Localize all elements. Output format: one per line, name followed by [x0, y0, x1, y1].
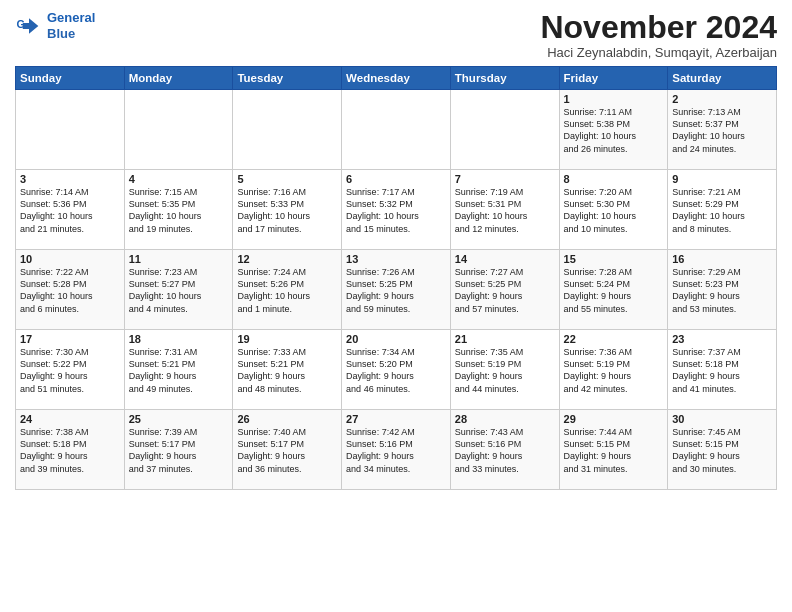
day-info: Sunrise: 7:20 AM Sunset: 5:30 PM Dayligh…: [564, 186, 664, 235]
day-info: Sunrise: 7:33 AM Sunset: 5:21 PM Dayligh…: [237, 346, 337, 395]
day-number: 15: [564, 253, 664, 265]
day-info: Sunrise: 7:17 AM Sunset: 5:32 PM Dayligh…: [346, 186, 446, 235]
day-info: Sunrise: 7:27 AM Sunset: 5:25 PM Dayligh…: [455, 266, 555, 315]
day-number: 18: [129, 333, 229, 345]
calendar-week-3: 17Sunrise: 7:30 AM Sunset: 5:22 PM Dayli…: [16, 330, 777, 410]
day-number: 30: [672, 413, 772, 425]
calendar-cell: 15Sunrise: 7:28 AM Sunset: 5:24 PM Dayli…: [559, 250, 668, 330]
calendar-cell: 28Sunrise: 7:43 AM Sunset: 5:16 PM Dayli…: [450, 410, 559, 490]
day-number: 8: [564, 173, 664, 185]
calendar-cell: 16Sunrise: 7:29 AM Sunset: 5:23 PM Dayli…: [668, 250, 777, 330]
calendar-week-0: 1Sunrise: 7:11 AM Sunset: 5:38 PM Daylig…: [16, 90, 777, 170]
day-number: 29: [564, 413, 664, 425]
day-info: Sunrise: 7:24 AM Sunset: 5:26 PM Dayligh…: [237, 266, 337, 315]
calendar-cell: 10Sunrise: 7:22 AM Sunset: 5:28 PM Dayli…: [16, 250, 125, 330]
calendar-cell: 8Sunrise: 7:20 AM Sunset: 5:30 PM Daylig…: [559, 170, 668, 250]
day-info: Sunrise: 7:34 AM Sunset: 5:20 PM Dayligh…: [346, 346, 446, 395]
day-number: 5: [237, 173, 337, 185]
day-number: 11: [129, 253, 229, 265]
calendar-cell: 12Sunrise: 7:24 AM Sunset: 5:26 PM Dayli…: [233, 250, 342, 330]
day-number: 14: [455, 253, 555, 265]
calendar-cell: 4Sunrise: 7:15 AM Sunset: 5:35 PM Daylig…: [124, 170, 233, 250]
calendar-cell: 17Sunrise: 7:30 AM Sunset: 5:22 PM Dayli…: [16, 330, 125, 410]
day-number: 2: [672, 93, 772, 105]
calendar-cell: 7Sunrise: 7:19 AM Sunset: 5:31 PM Daylig…: [450, 170, 559, 250]
calendar-cell: 29Sunrise: 7:44 AM Sunset: 5:15 PM Dayli…: [559, 410, 668, 490]
day-info: Sunrise: 7:44 AM Sunset: 5:15 PM Dayligh…: [564, 426, 664, 475]
day-number: 12: [237, 253, 337, 265]
calendar-cell: 26Sunrise: 7:40 AM Sunset: 5:17 PM Dayli…: [233, 410, 342, 490]
day-number: 10: [20, 253, 120, 265]
location: Haci Zeynalabdin, Sumqayit, Azerbaijan: [540, 45, 777, 60]
day-info: Sunrise: 7:35 AM Sunset: 5:19 PM Dayligh…: [455, 346, 555, 395]
day-number: 13: [346, 253, 446, 265]
month-title: November 2024: [540, 10, 777, 45]
day-number: 16: [672, 253, 772, 265]
day-number: 1: [564, 93, 664, 105]
day-number: 25: [129, 413, 229, 425]
calendar-cell: [233, 90, 342, 170]
day-info: Sunrise: 7:38 AM Sunset: 5:18 PM Dayligh…: [20, 426, 120, 475]
day-number: 9: [672, 173, 772, 185]
calendar-cell: 18Sunrise: 7:31 AM Sunset: 5:21 PM Dayli…: [124, 330, 233, 410]
day-number: 26: [237, 413, 337, 425]
calendar-cell: 19Sunrise: 7:33 AM Sunset: 5:21 PM Dayli…: [233, 330, 342, 410]
calendar-cell: [124, 90, 233, 170]
day-info: Sunrise: 7:15 AM Sunset: 5:35 PM Dayligh…: [129, 186, 229, 235]
day-info: Sunrise: 7:31 AM Sunset: 5:21 PM Dayligh…: [129, 346, 229, 395]
day-info: Sunrise: 7:36 AM Sunset: 5:19 PM Dayligh…: [564, 346, 664, 395]
calendar-cell: [342, 90, 451, 170]
calendar-cell: 21Sunrise: 7:35 AM Sunset: 5:19 PM Dayli…: [450, 330, 559, 410]
day-number: 19: [237, 333, 337, 345]
calendar-cell: 5Sunrise: 7:16 AM Sunset: 5:33 PM Daylig…: [233, 170, 342, 250]
day-number: 22: [564, 333, 664, 345]
header-saturday: Saturday: [668, 67, 777, 90]
calendar-cell: 30Sunrise: 7:45 AM Sunset: 5:15 PM Dayli…: [668, 410, 777, 490]
day-info: Sunrise: 7:26 AM Sunset: 5:25 PM Dayligh…: [346, 266, 446, 315]
calendar-cell: 22Sunrise: 7:36 AM Sunset: 5:19 PM Dayli…: [559, 330, 668, 410]
calendar-cell: [450, 90, 559, 170]
day-info: Sunrise: 7:29 AM Sunset: 5:23 PM Dayligh…: [672, 266, 772, 315]
day-info: Sunrise: 7:39 AM Sunset: 5:17 PM Dayligh…: [129, 426, 229, 475]
calendar-cell: 14Sunrise: 7:27 AM Sunset: 5:25 PM Dayli…: [450, 250, 559, 330]
day-number: 20: [346, 333, 446, 345]
calendar-cell: 27Sunrise: 7:42 AM Sunset: 5:16 PM Dayli…: [342, 410, 451, 490]
header: G General Blue November 2024 Haci Zeynal…: [15, 10, 777, 60]
calendar-cell: 6Sunrise: 7:17 AM Sunset: 5:32 PM Daylig…: [342, 170, 451, 250]
day-number: 3: [20, 173, 120, 185]
calendar-cell: 2Sunrise: 7:13 AM Sunset: 5:37 PM Daylig…: [668, 90, 777, 170]
day-info: Sunrise: 7:28 AM Sunset: 5:24 PM Dayligh…: [564, 266, 664, 315]
day-info: Sunrise: 7:42 AM Sunset: 5:16 PM Dayligh…: [346, 426, 446, 475]
day-info: Sunrise: 7:13 AM Sunset: 5:37 PM Dayligh…: [672, 106, 772, 155]
logo: G General Blue: [15, 10, 95, 41]
day-number: 4: [129, 173, 229, 185]
calendar-cell: [16, 90, 125, 170]
header-tuesday: Tuesday: [233, 67, 342, 90]
calendar-week-4: 24Sunrise: 7:38 AM Sunset: 5:18 PM Dayli…: [16, 410, 777, 490]
calendar-body: 1Sunrise: 7:11 AM Sunset: 5:38 PM Daylig…: [16, 90, 777, 490]
day-number: 28: [455, 413, 555, 425]
page: G General Blue November 2024 Haci Zeynal…: [0, 0, 792, 498]
header-sunday: Sunday: [16, 67, 125, 90]
calendar-cell: 23Sunrise: 7:37 AM Sunset: 5:18 PM Dayli…: [668, 330, 777, 410]
day-info: Sunrise: 7:43 AM Sunset: 5:16 PM Dayligh…: [455, 426, 555, 475]
day-info: Sunrise: 7:45 AM Sunset: 5:15 PM Dayligh…: [672, 426, 772, 475]
calendar-cell: 24Sunrise: 7:38 AM Sunset: 5:18 PM Dayli…: [16, 410, 125, 490]
header-monday: Monday: [124, 67, 233, 90]
day-info: Sunrise: 7:40 AM Sunset: 5:17 PM Dayligh…: [237, 426, 337, 475]
calendar-week-1: 3Sunrise: 7:14 AM Sunset: 5:36 PM Daylig…: [16, 170, 777, 250]
day-number: 23: [672, 333, 772, 345]
title-block: November 2024 Haci Zeynalabdin, Sumqayit…: [540, 10, 777, 60]
calendar-cell: 11Sunrise: 7:23 AM Sunset: 5:27 PM Dayli…: [124, 250, 233, 330]
header-wednesday: Wednesday: [342, 67, 451, 90]
day-number: 6: [346, 173, 446, 185]
calendar-cell: 20Sunrise: 7:34 AM Sunset: 5:20 PM Dayli…: [342, 330, 451, 410]
calendar-cell: 9Sunrise: 7:21 AM Sunset: 5:29 PM Daylig…: [668, 170, 777, 250]
day-info: Sunrise: 7:23 AM Sunset: 5:27 PM Dayligh…: [129, 266, 229, 315]
day-info: Sunrise: 7:37 AM Sunset: 5:18 PM Dayligh…: [672, 346, 772, 395]
calendar-cell: 1Sunrise: 7:11 AM Sunset: 5:38 PM Daylig…: [559, 90, 668, 170]
header-thursday: Thursday: [450, 67, 559, 90]
day-info: Sunrise: 7:11 AM Sunset: 5:38 PM Dayligh…: [564, 106, 664, 155]
calendar-week-2: 10Sunrise: 7:22 AM Sunset: 5:28 PM Dayli…: [16, 250, 777, 330]
day-info: Sunrise: 7:19 AM Sunset: 5:31 PM Dayligh…: [455, 186, 555, 235]
